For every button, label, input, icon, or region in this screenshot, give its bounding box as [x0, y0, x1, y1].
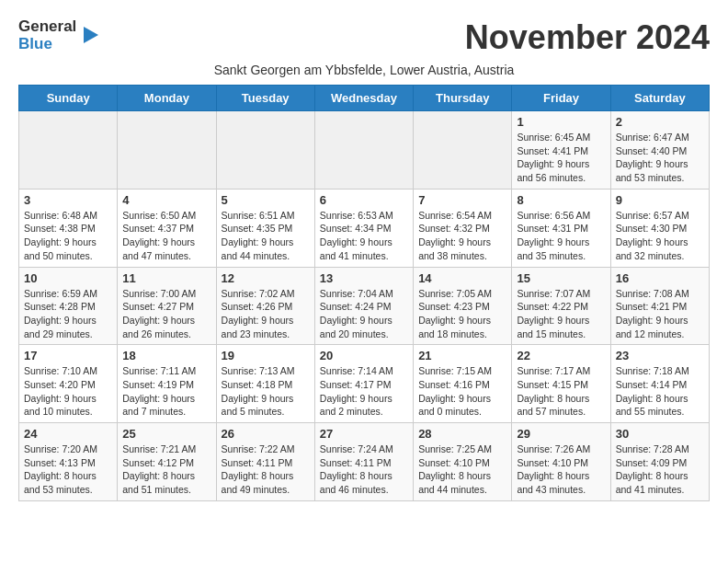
calendar-cell: 21Sunrise: 7:15 AM Sunset: 4:16 PM Dayli… — [414, 345, 512, 423]
calendar-cell: 17Sunrise: 7:10 AM Sunset: 4:20 PM Dayli… — [19, 345, 118, 423]
day-info: Sunrise: 6:51 AM Sunset: 4:35 PM Dayligh… — [222, 209, 310, 263]
calendar-cell: 29Sunrise: 7:26 AM Sunset: 4:10 PM Dayli… — [512, 423, 610, 501]
calendar-cell: 8Sunrise: 6:56 AM Sunset: 4:31 PM Daylig… — [512, 189, 610, 267]
calendar-cell: 19Sunrise: 7:13 AM Sunset: 4:18 PM Dayli… — [216, 345, 314, 423]
day-number: 15 — [517, 271, 605, 285]
calendar-cell: 1Sunrise: 6:45 AM Sunset: 4:41 PM Daylig… — [512, 111, 610, 190]
calendar-table: SundayMondayTuesdayWednesdayThursdayFrid… — [18, 85, 710, 501]
day-info: Sunrise: 6:48 AM Sunset: 4:38 PM Dayligh… — [24, 209, 112, 263]
day-header-saturday: Saturday — [610, 86, 709, 111]
day-number: 19 — [222, 349, 310, 362]
day-header-friday: Friday — [512, 86, 610, 111]
calendar-cell: 16Sunrise: 7:08 AM Sunset: 4:21 PM Dayli… — [610, 267, 709, 345]
calendar-cell: 25Sunrise: 7:21 AM Sunset: 4:12 PM Dayli… — [118, 423, 216, 501]
logo: General Blue — [18, 18, 100, 52]
day-number: 17 — [24, 349, 112, 362]
day-info: Sunrise: 7:28 AM Sunset: 4:09 PM Dayligh… — [616, 442, 704, 497]
day-info: Sunrise: 7:11 AM Sunset: 4:19 PM Dayligh… — [122, 364, 210, 419]
day-info: Sunrise: 6:53 AM Sunset: 4:34 PM Dayligh… — [320, 209, 408, 263]
calendar-cell — [19, 111, 118, 190]
day-info: Sunrise: 7:22 AM Sunset: 4:11 PM Dayligh… — [222, 442, 310, 497]
day-info: Sunrise: 7:08 AM Sunset: 4:21 PM Dayligh… — [616, 287, 704, 341]
day-number: 10 — [24, 271, 112, 285]
header: General Blue November 2024 — [18, 18, 710, 57]
calendar-cell: 9Sunrise: 6:57 AM Sunset: 4:30 PM Daylig… — [610, 189, 709, 267]
day-number: 5 — [222, 193, 310, 207]
day-number: 26 — [222, 427, 310, 441]
day-number: 23 — [616, 349, 704, 362]
calendar-cell: 30Sunrise: 7:28 AM Sunset: 4:09 PM Dayli… — [610, 423, 709, 501]
day-number: 24 — [24, 427, 112, 441]
day-number: 7 — [418, 193, 506, 207]
day-info: Sunrise: 7:10 AM Sunset: 4:20 PM Dayligh… — [24, 364, 112, 419]
week-row-3: 10Sunrise: 6:59 AM Sunset: 4:28 PM Dayli… — [19, 267, 710, 345]
day-info: Sunrise: 7:25 AM Sunset: 4:10 PM Dayligh… — [418, 442, 506, 497]
day-number: 3 — [24, 193, 112, 207]
calendar-cell: 14Sunrise: 7:05 AM Sunset: 4:23 PM Dayli… — [414, 267, 512, 345]
day-number: 16 — [616, 271, 704, 285]
day-info: Sunrise: 7:02 AM Sunset: 4:26 PM Dayligh… — [222, 287, 310, 341]
day-header-thursday: Thursday — [414, 86, 512, 111]
day-number: 29 — [517, 427, 605, 441]
day-number: 18 — [122, 349, 210, 362]
day-number: 8 — [517, 193, 605, 207]
calendar-cell: 13Sunrise: 7:04 AM Sunset: 4:24 PM Dayli… — [314, 267, 413, 345]
calendar-cell: 4Sunrise: 6:50 AM Sunset: 4:37 PM Daylig… — [118, 189, 216, 267]
calendar-cell: 2Sunrise: 6:47 AM Sunset: 4:40 PM Daylig… — [610, 111, 709, 190]
calendar-cell: 18Sunrise: 7:11 AM Sunset: 4:19 PM Dayli… — [118, 345, 216, 423]
day-info: Sunrise: 7:15 AM Sunset: 4:16 PM Dayligh… — [418, 364, 506, 419]
day-info: Sunrise: 7:20 AM Sunset: 4:13 PM Dayligh… — [24, 442, 112, 497]
calendar-cell: 6Sunrise: 6:53 AM Sunset: 4:34 PM Daylig… — [314, 189, 413, 267]
calendar-cell: 12Sunrise: 7:02 AM Sunset: 4:26 PM Dayli… — [216, 267, 314, 345]
day-number: 22 — [517, 349, 605, 362]
calendar-cell: 15Sunrise: 7:07 AM Sunset: 4:22 PM Dayli… — [512, 267, 610, 345]
day-number: 1 — [517, 115, 605, 129]
calendar-cell: 27Sunrise: 7:24 AM Sunset: 4:11 PM Dayli… — [314, 423, 413, 501]
day-info: Sunrise: 6:56 AM Sunset: 4:31 PM Dayligh… — [517, 209, 605, 263]
calendar-cell: 23Sunrise: 7:18 AM Sunset: 4:14 PM Dayli… — [610, 345, 709, 423]
week-row-1: 1Sunrise: 6:45 AM Sunset: 4:41 PM Daylig… — [19, 111, 710, 190]
day-info: Sunrise: 6:57 AM Sunset: 4:30 PM Dayligh… — [616, 209, 704, 263]
calendar-cell: 3Sunrise: 6:48 AM Sunset: 4:38 PM Daylig… — [19, 189, 118, 267]
day-header-tuesday: Tuesday — [216, 86, 314, 111]
week-row-5: 24Sunrise: 7:20 AM Sunset: 4:13 PM Dayli… — [19, 423, 710, 501]
week-row-2: 3Sunrise: 6:48 AM Sunset: 4:38 PM Daylig… — [19, 189, 710, 267]
day-info: Sunrise: 7:05 AM Sunset: 4:23 PM Dayligh… — [418, 287, 506, 341]
day-number: 25 — [122, 427, 210, 441]
logo-general: General — [18, 18, 76, 36]
day-number: 30 — [616, 427, 704, 441]
day-info: Sunrise: 7:24 AM Sunset: 4:11 PM Dayligh… — [320, 442, 408, 497]
day-number: 2 — [616, 115, 704, 129]
day-info: Sunrise: 7:17 AM Sunset: 4:15 PM Dayligh… — [517, 364, 605, 419]
header-row: SundayMondayTuesdayWednesdayThursdayFrid… — [19, 86, 710, 111]
day-info: Sunrise: 7:00 AM Sunset: 4:27 PM Dayligh… — [122, 287, 210, 341]
day-number: 27 — [320, 427, 408, 441]
calendar-cell — [314, 111, 413, 190]
day-number: 21 — [418, 349, 506, 362]
calendar-cell: 24Sunrise: 7:20 AM Sunset: 4:13 PM Dayli… — [19, 423, 118, 501]
calendar-cell: 5Sunrise: 6:51 AM Sunset: 4:35 PM Daylig… — [216, 189, 314, 267]
day-header-wednesday: Wednesday — [314, 86, 413, 111]
day-number: 12 — [222, 271, 310, 285]
day-info: Sunrise: 6:45 AM Sunset: 4:41 PM Dayligh… — [517, 131, 605, 185]
logo-icon — [80, 25, 100, 45]
calendar-cell: 7Sunrise: 6:54 AM Sunset: 4:32 PM Daylig… — [414, 189, 512, 267]
calendar-cell: 20Sunrise: 7:14 AM Sunset: 4:17 PM Dayli… — [314, 345, 413, 423]
day-number: 4 — [122, 193, 210, 207]
day-number: 28 — [418, 427, 506, 441]
month-title: November 2024 — [465, 18, 710, 57]
calendar-cell — [414, 111, 512, 190]
day-info: Sunrise: 7:26 AM Sunset: 4:10 PM Dayligh… — [517, 442, 605, 497]
day-number: 9 — [616, 193, 704, 207]
day-info: Sunrise: 7:07 AM Sunset: 4:22 PM Dayligh… — [517, 287, 605, 341]
calendar-cell: 26Sunrise: 7:22 AM Sunset: 4:11 PM Dayli… — [216, 423, 314, 501]
day-info: Sunrise: 6:50 AM Sunset: 4:37 PM Dayligh… — [122, 209, 210, 263]
logo-blue: Blue — [18, 36, 76, 53]
day-info: Sunrise: 6:54 AM Sunset: 4:32 PM Dayligh… — [418, 209, 506, 263]
svg-marker-0 — [84, 27, 98, 43]
calendar-cell — [118, 111, 216, 190]
calendar-cell: 11Sunrise: 7:00 AM Sunset: 4:27 PM Dayli… — [118, 267, 216, 345]
calendar-cell: 28Sunrise: 7:25 AM Sunset: 4:10 PM Dayli… — [414, 423, 512, 501]
day-number: 6 — [320, 193, 408, 207]
day-info: Sunrise: 7:14 AM Sunset: 4:17 PM Dayligh… — [320, 364, 408, 419]
